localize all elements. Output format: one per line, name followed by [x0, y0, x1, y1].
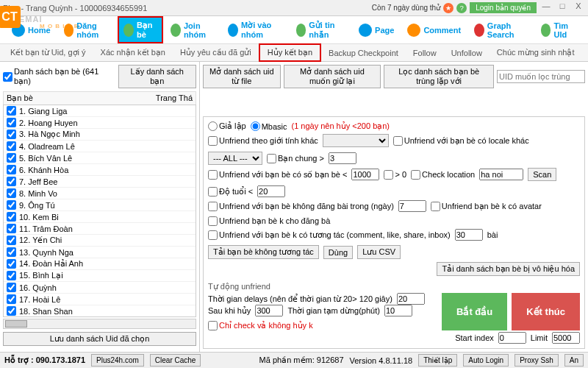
friend-row[interactable]: 15. Bình Lại [4, 270, 196, 282]
opt-nopost[interactable]: Unfriend với bạn bè không đăng bài trong… [208, 202, 394, 211]
friend-row[interactable]: 14. Đoàn Hải Anh [4, 258, 196, 270]
site-button[interactable]: Plus24h.com [91, 354, 144, 367]
minimize-button[interactable]: — [539, 1, 553, 15]
subtab-4[interactable]: Backup Checkpoint [321, 46, 406, 60]
friend-row[interactable]: 6. Khánh Hòa [4, 164, 196, 176]
friend-row[interactable]: 10. Kem Bi [4, 211, 196, 223]
opt-locale[interactable]: Unfriend với bạn bè có locale khác [393, 136, 529, 146]
maximize-button[interactable]: □ [556, 1, 569, 15]
subtab-0[interactable]: Kết bạn từ Uid, gợi ý [3, 45, 93, 60]
clear-cache-button[interactable]: Clear Cache [150, 354, 201, 367]
login-button[interactable]: Login bản quyền [470, 2, 537, 13]
friend-row[interactable]: 17. Hoài Lê [4, 294, 196, 305]
mutual-input[interactable] [329, 152, 356, 164]
locale-select[interactable]: --- ALL --- [208, 152, 262, 165]
ico-join-icon [171, 24, 181, 37]
interact-input[interactable] [455, 229, 483, 241]
opt-nopostperm[interactable]: Unfriend bạn bè k cho đăng bà [208, 216, 330, 226]
subtab-6[interactable]: Unfollow [444, 46, 490, 60]
friend-row[interactable]: 18. Shan Shan [4, 305, 196, 317]
subtab-8[interactable]: Tả [582, 45, 588, 60]
toolbar-mời-vào-nhóm[interactable]: Mời vào nhóm [222, 16, 288, 43]
subtab-5[interactable]: Follow [406, 46, 444, 60]
toolbar-comment[interactable]: Comment [401, 19, 467, 41]
proxy-button[interactable]: Proxy Ssh [514, 354, 559, 367]
hint-text: (1 ngày nên hủy <200 bạn) [291, 121, 390, 131]
limit-input[interactable] [552, 332, 580, 344]
start-button[interactable]: Bắt đầu [442, 293, 507, 330]
ico-group-icon [64, 24, 74, 37]
friend-row[interactable]: 4. Oladream Lê [4, 141, 196, 152]
watermark-icon: CT [0, 6, 21, 28]
startindex-input[interactable] [498, 332, 526, 344]
gender-select[interactable] [323, 134, 389, 147]
days-input[interactable] [398, 200, 426, 212]
load-nointeract-button[interactable]: Tải bạn bè không tương tác [208, 245, 319, 259]
filter-uid-input[interactable] [497, 70, 585, 83]
opt-age[interactable]: Độ tuổi < [208, 187, 253, 197]
toolbar-tìm-uid[interactable]: Tìm UId [535, 17, 582, 43]
ico-page-icon [359, 24, 372, 37]
friend-row[interactable]: 8. Minh Vo [4, 188, 196, 199]
toolbar-graph-search[interactable]: Graph Search [468, 17, 534, 43]
get-list-button[interactable]: Lấy danh sách bạn [118, 65, 197, 88]
pause-input[interactable] [384, 305, 412, 316]
friend-row[interactable]: 3. Hà Ngọc Minh [4, 129, 196, 141]
toolbar-gửi-tin-nhắn[interactable]: Gửi tin nhắn [290, 16, 351, 44]
list-header: Bạn bè Trang Thá [3, 91, 196, 105]
friend-row[interactable]: 7. Jeff Bee [4, 176, 196, 188]
scan-button[interactable]: Scan [528, 168, 556, 181]
friend-row[interactable]: 16. Quỳnh [4, 282, 196, 294]
friend-row[interactable]: 5. Bích Vân Lê [4, 152, 196, 164]
mode-mbasic[interactable]: Mbasic [251, 121, 287, 131]
friend-row[interactable]: 11. Trâm Đoàn [4, 223, 196, 235]
opt-noavatar[interactable]: Unfriend bạn bè k có avatar [431, 202, 542, 211]
friend-row[interactable]: 12. Yến Chi [4, 235, 196, 247]
opt-location[interactable]: Check location [411, 170, 475, 180]
opt-friendcount[interactable]: Unfriend với bạn bè có số bạn bè < [208, 170, 347, 180]
h-scrollbar[interactable] [3, 319, 196, 329]
vn-badge: ★ [443, 3, 453, 13]
checkonly[interactable]: Chỉ check vả không hủy k [208, 321, 313, 330]
friend-list[interactable]: 1. Giang Liga2. Hoang Huyen3. Hà Ngọc Mi… [3, 105, 196, 317]
location-input[interactable] [479, 169, 523, 180]
fc-min[interactable] [351, 169, 379, 180]
subtab-1[interactable]: Xác nhận kết bạn [93, 45, 173, 60]
opt-nointeract[interactable]: Unfriend với bạn bè k có tương tác (comm… [208, 230, 451, 240]
mode-gialap[interactable]: Giả lập [208, 121, 246, 131]
friend-row[interactable]: 13. Quynh Nga [4, 247, 196, 258]
toolbar-bạn-bè[interactable]: Bạn bè [118, 16, 163, 43]
subtab-2[interactable]: Hủy yêu cầu đã gửi [173, 45, 259, 60]
auto-unfriend-label: Tự động unfriend [208, 282, 580, 291]
use-button[interactable]: Dùng [323, 246, 353, 259]
help-badge[interactable]: ? [456, 3, 467, 13]
autologin-button[interactable]: Auto Login [463, 354, 509, 367]
toolbar-join-nhóm[interactable]: Join nhóm [165, 17, 220, 43]
subtab-3[interactable]: Hủy kết bạn [259, 43, 321, 62]
an-button[interactable]: An [564, 354, 584, 367]
toolbar-page[interactable]: Page [353, 19, 400, 41]
age-input[interactable] [257, 185, 285, 197]
toolbar-đăng-nhóm[interactable]: Đăng nhóm [58, 17, 117, 43]
opt-fc-gt[interactable]: > 0 [384, 170, 406, 180]
filter-dup-button[interactable]: Lọc danh sách bạn bè trùng lặp với [384, 65, 494, 88]
friend-row[interactable]: 2. Hoang Huyen [4, 117, 196, 129]
csv-button[interactable]: Lưu CSV [357, 245, 401, 259]
settings-button[interactable]: Thiết lập [418, 354, 457, 367]
ico-msg-icon [296, 24, 306, 37]
open-uid-file-button[interactable]: Mở danh sách uid từ file [203, 65, 281, 88]
friend-row[interactable]: 9. Ông Tú [4, 199, 196, 211]
delay-input[interactable] [397, 293, 425, 305]
opt-mutual[interactable]: Bạn chung > [267, 154, 324, 163]
friend-row[interactable]: 1. Giang Liga [4, 105, 196, 117]
open-keep-uid-button[interactable]: Mở danh sách uid muốn giữ lại [284, 65, 381, 88]
ico-invite-icon [228, 24, 238, 37]
load-disabled-button[interactable]: Tải danh sách bạn bè bị vô hiệu hóa [437, 262, 580, 276]
subtab-7[interactable]: Chúc mừng sinh nhật [490, 45, 582, 60]
friendlist-check[interactable]: Danh sách bạn bè (641 bạn) [3, 67, 115, 86]
opt-gender[interactable]: Unfriend theo giới tính khác [208, 136, 318, 146]
stop-button[interactable]: Kết thúc [512, 293, 580, 330]
save-uid-button[interactable]: Lưu danh sách Uid đã chọn [3, 332, 196, 346]
after-input[interactable] [255, 305, 283, 316]
close-button[interactable]: X [572, 1, 585, 15]
